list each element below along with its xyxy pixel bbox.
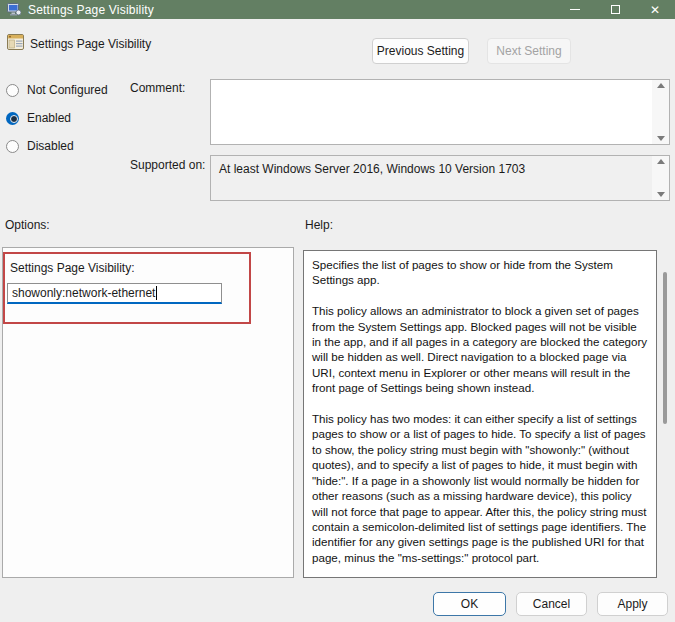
help-section-label: Help:	[305, 218, 333, 232]
comment-label: Comment:	[130, 81, 185, 95]
ok-button[interactable]: OK	[433, 592, 506, 616]
help-text: Specifies the list of pages to show or h…	[312, 257, 648, 565]
help-scrollbar-thumb[interactable]	[663, 272, 667, 424]
supported-scrollbar[interactable]	[652, 156, 669, 200]
scroll-down-icon[interactable]	[657, 192, 665, 197]
cancel-button[interactable]: Cancel	[516, 592, 587, 616]
next-setting-button[interactable]: Next Setting	[487, 38, 571, 64]
close-icon: ✕	[650, 4, 660, 16]
policy-name-heading: Settings Page Visibility	[30, 37, 151, 51]
help-box[interactable]: Specifies the list of pages to show or h…	[303, 250, 657, 578]
input-value: showonly:network-ethernet	[12, 286, 155, 300]
radio-circle-icon	[6, 140, 19, 153]
minimize-button[interactable]	[555, 0, 595, 19]
supported-on-value: At least Windows Server 2016, Windows 10…	[219, 162, 647, 176]
supported-on-label: Supported on:	[130, 158, 205, 172]
options-section-label: Options:	[5, 218, 50, 232]
policy-icon	[7, 34, 25, 51]
titlebar[interactable]: Settings Page Visibility ✕	[0, 0, 675, 19]
settings-page-visibility-field-label: Settings Page Visibility:	[10, 261, 135, 275]
apply-button[interactable]: Apply	[597, 592, 668, 616]
window-title: Settings Page Visibility	[28, 3, 154, 17]
radio-circle-checked-icon	[6, 112, 19, 125]
scroll-up-icon[interactable]	[657, 159, 665, 164]
radio-label: Not Configured	[27, 83, 108, 97]
scroll-up-icon[interactable]	[657, 83, 665, 88]
comment-textarea[interactable]	[210, 79, 670, 145]
maximize-icon	[611, 5, 620, 14]
comment-scrollbar[interactable]	[652, 80, 669, 144]
minimize-icon	[570, 9, 580, 10]
maximize-button[interactable]	[595, 0, 635, 19]
previous-setting-button[interactable]: Previous Setting	[372, 38, 469, 64]
radio-disabled[interactable]: Disabled	[6, 138, 74, 154]
close-button[interactable]: ✕	[635, 0, 675, 19]
gpedit-window-icon	[7, 3, 21, 16]
radio-circle-icon	[6, 84, 19, 97]
settings-page-visibility-input[interactable]: showonly:network-ethernet	[7, 283, 222, 304]
supported-on-box: At least Windows Server 2016, Windows 10…	[210, 155, 670, 201]
radio-not-configured[interactable]: Not Configured	[6, 82, 108, 98]
radio-enabled[interactable]: Enabled	[6, 110, 71, 126]
policy-setting-dialog: Settings Page Visibility ✕ Settings Page…	[0, 0, 675, 622]
radio-label: Enabled	[27, 111, 71, 125]
scroll-down-icon[interactable]	[657, 136, 665, 141]
radio-label: Disabled	[27, 139, 74, 153]
text-caret	[156, 286, 157, 300]
